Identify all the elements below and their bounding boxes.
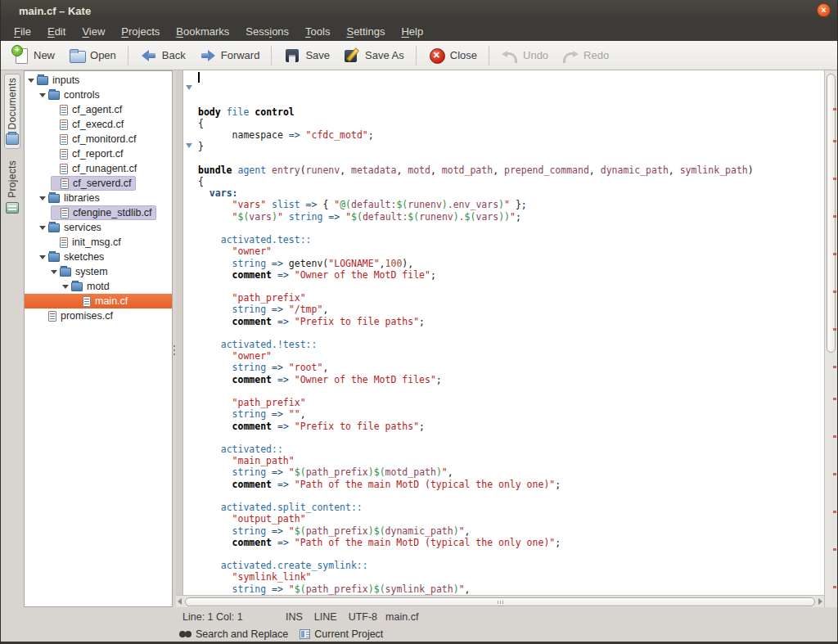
menu-item-edit[interactable]: Edit [39,23,74,40]
expander-icon[interactable] [51,270,57,274]
tree-item-cf_execd-cf[interactable]: cf_execd.cf [25,117,172,132]
expander-icon[interactable] [28,79,34,83]
toolbar-button-label: Back [162,49,186,61]
title-bar[interactable]: main.cf – Kate × [1,0,837,21]
code-line [198,385,824,397]
tree-item-services[interactable]: services [25,220,172,235]
new-button[interactable]: New [6,44,61,67]
scrollbar-mark [833,140,836,142]
tree-item-init_msg-cf[interactable]: init_msg.cf [25,235,172,250]
tree-item-inputs[interactable]: inputs [25,73,172,88]
file-icon [61,208,69,218]
hscroll-thumb[interactable] [185,597,815,606]
expander-icon[interactable] [39,93,46,97]
save-as-button[interactable]: Save As [337,44,410,67]
save-button[interactable]: Save [277,44,336,67]
code-line: } [198,141,824,152]
tree-item-main-cf[interactable]: main.cf [25,294,172,308]
tree-item-cf_report-cf[interactable]: cf_report.cf [25,146,172,161]
tree-item-cfengine_stdlib-cf[interactable]: cfengine_stdlib.cf [25,205,172,220]
menu-item-bookmarks[interactable]: Bookmarks [168,23,237,40]
scroll-left-icon[interactable] [178,598,182,605]
menu-item-sessions[interactable]: Sessions [237,23,297,40]
expander-icon[interactable] [39,196,46,200]
file-icon [61,178,69,189]
folder-icon [48,194,60,203]
tree-item-label: cf_monitord.cf [72,133,137,145]
fold-margin[interactable] [183,70,195,595]
tree-item-label: init_msg.cf [72,236,121,248]
forward-icon [199,47,217,65]
saveas-icon [343,47,361,65]
tree-item-sketches[interactable]: sketches [25,250,172,264]
kate-window: main.cf – Kate × FileEditViewProjectsBoo… [0,0,838,644]
tree-item-label: main.cf [95,295,128,307]
tree-item-controls[interactable]: controls [25,88,172,102]
eol-mode[interactable]: LINE [314,611,337,623]
code-text[interactable]: body file control{ namespace => "cfdc_mo… [195,70,824,595]
vscroll-thumb[interactable] [827,74,836,353]
insert-mode[interactable]: INS [286,611,303,623]
back-button[interactable]: Back [134,44,191,67]
sidebar-tab-documents[interactable]: Documents [4,74,20,149]
text-cursor [198,72,200,83]
scrollbar-mark [833,108,836,110]
menu-item-settings[interactable]: Settings [338,23,393,40]
open-icon [68,47,86,65]
code-line [198,327,824,339]
horizontal-scrollbar[interactable] [176,595,824,607]
forward-button[interactable]: Forward [193,44,266,67]
code-line: comment => "Owner of the MotD files"; [198,374,824,385]
window-close-button[interactable]: × [817,3,831,17]
tree-item-label: inputs [52,74,79,86]
tree-item-libraries[interactable]: libraries [25,191,172,205]
code-line: comment => "Prefix to file paths"; [198,316,824,327]
tree-item-label: controls [64,89,100,101]
tree-item-cf_serverd-cf[interactable]: cf_serverd.cf [25,176,172,191]
tree-item-promises-cf[interactable]: promises.cf [25,308,172,323]
code-line: { [198,118,824,129]
expander-icon[interactable] [39,255,46,259]
scrollbar-mark [833,511,836,513]
code-line: namespace => "cfdc_motd"; [198,129,824,141]
menu-item-tools[interactable]: Tools [297,23,338,40]
code-line: "owner" [198,245,824,257]
scrollbar-mark [833,548,836,551]
toolview-button-label: Current Project [314,628,383,640]
binoculars-icon [179,630,191,638]
open-button[interactable]: Open [62,44,122,67]
tree-item-cf_runagent-cf[interactable]: cf_runagent.cf [25,161,172,176]
tree-item-cf_agent-cf[interactable]: cf_agent.cf [25,102,172,117]
folder-icon [60,268,71,277]
menu-item-projects[interactable]: Projects [113,23,168,40]
code-editor[interactable]: body file control{ namespace => "cfdc_mo… [176,70,824,595]
folder-icon [48,253,60,262]
fold-collapse-icon[interactable] [186,85,192,90]
encoding[interactable]: UTF-8 [349,611,377,623]
tree-item-cf_monitord-cf[interactable]: cf_monitord.cf [25,132,172,146]
tree-item-label: services [64,222,101,233]
sidebar-tabstrip: DocumentsProjects [1,70,24,607]
code-line: "output_path" [198,513,824,525]
expander-icon[interactable] [39,226,46,230]
redo-button[interactable]: Redo [556,44,615,67]
close-button[interactable]: Close [422,44,483,67]
undo-button[interactable]: Undo [495,44,554,67]
current-project-button[interactable]: Current Project [300,628,383,640]
sidebar-tab-projects[interactable]: Projects [5,157,20,217]
scroll-right-icon[interactable] [818,598,822,605]
code-line: "path_prefix" [198,292,824,304]
fold-collapse-icon[interactable] [186,143,192,148]
documents-icon [6,133,19,145]
menu-item-file[interactable]: File [6,23,39,40]
menu-item-view[interactable]: View [74,23,113,40]
search-and-replace-button[interactable]: Search and Replace [179,628,288,640]
menu-item-help[interactable]: Help [393,23,431,40]
tree-item-system[interactable]: system [25,264,172,279]
toolbar-button-label: New [34,49,55,61]
vertical-scrollbar[interactable] [824,70,837,607]
expander-icon[interactable] [62,285,69,289]
tree-item-motd[interactable]: motd [25,279,172,294]
tree-item-label: cf_serverd.cf [73,178,132,189]
closex-icon [428,47,446,65]
